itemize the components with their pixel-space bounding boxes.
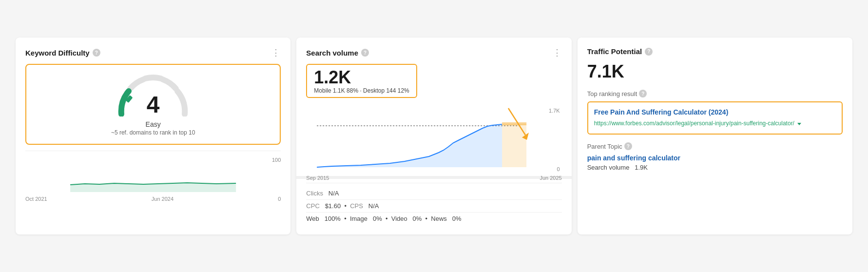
cps-label: CPS bbox=[350, 202, 363, 210]
sv-clicks-row: Clicks N/A bbox=[306, 187, 561, 200]
chart-date-labels: Sep 2015 Jun 2025 bbox=[306, 175, 561, 181]
tp-parent-topic-label: Parent Topic ? bbox=[587, 142, 843, 150]
sparkline-end-date: Jun 2024 bbox=[152, 196, 174, 202]
sv-chart-area: 1.7K 0 Sep 201 bbox=[306, 104, 561, 172]
parent-topic-vol-label: Search volume bbox=[587, 164, 630, 171]
sparkline-zero: 0 bbox=[278, 196, 281, 202]
card1-title: Keyword Difficulty bbox=[25, 49, 90, 57]
parent-topic-section: pain and suffering calculator Search vol… bbox=[587, 154, 843, 171]
image-label: Image bbox=[350, 215, 367, 222]
cps-value: N/A bbox=[368, 202, 379, 210]
card1-header: Keyword Difficulty ? ⋮ bbox=[25, 47, 281, 58]
clicks-value: N/A bbox=[328, 190, 339, 197]
top-ranking-result-box: Free Pain And Suffering Calculator (2024… bbox=[587, 101, 843, 135]
result-title[interactable]: Free Pain And Suffering Calculator (2024… bbox=[594, 108, 836, 116]
svg-line-1 bbox=[508, 108, 525, 135]
chart-max-label: 1.7K bbox=[549, 108, 560, 114]
sv-cpc-row: CPC $1.60 • CPS N/A bbox=[306, 200, 561, 213]
news-label: News bbox=[431, 215, 447, 222]
gauge-subtitle: ~5 ref. domains to rank in top 10 bbox=[111, 129, 195, 136]
traffic-potential-card: Traffic Potential ? 7.1K Top ranking res… bbox=[578, 38, 852, 234]
sv-main-value: 1.2K bbox=[314, 68, 409, 87]
kd-gauge-box: 4 Easy ~5 ref. domains to rank in top 10 bbox=[25, 64, 281, 145]
cpc-label: CPC bbox=[306, 202, 319, 210]
parent-topic-vol-value: 1.9K bbox=[635, 164, 648, 171]
sparkline-date-labels: Oct 2021 Jun 2024 0 bbox=[25, 196, 281, 202]
card2-title: Search volume bbox=[306, 49, 358, 57]
gauge-number: 4 bbox=[147, 93, 160, 117]
news-value: 0% bbox=[452, 215, 462, 222]
card3-help-icon[interactable]: ? bbox=[645, 48, 653, 56]
web-label: Web bbox=[306, 215, 319, 222]
chart-date-end: Jun 2025 bbox=[540, 175, 561, 181]
card2-help-icon[interactable]: ? bbox=[361, 49, 369, 57]
sparkline-start-date: Oct 2021 bbox=[25, 196, 47, 202]
parent-topic-vol: Search volume 1.9K bbox=[587, 164, 843, 171]
keyword-difficulty-card: Keyword Difficulty ? ⋮ 4 bbox=[16, 38, 290, 234]
tp-value: 7.1K bbox=[587, 61, 843, 82]
url-dropdown-arrow[interactable] bbox=[797, 123, 801, 125]
result-url[interactable]: https://www.forbes.com/advisor/legal/per… bbox=[594, 119, 836, 128]
image-value: 0% bbox=[373, 215, 382, 222]
web-value: 100% bbox=[325, 215, 341, 222]
card3-title-group: Traffic Potential ? bbox=[587, 47, 653, 56]
kd-sparkline-section: 100 Oct 2021 Jun 2024 0 bbox=[25, 151, 281, 202]
sparkline-max: 100 bbox=[25, 157, 281, 163]
sv-main-value-box: 1.2K Mobile 1.1K 88% · Desktop 144 12% bbox=[306, 64, 417, 98]
card1-help-icon[interactable]: ? bbox=[93, 49, 100, 57]
clicks-label: Clicks bbox=[306, 190, 323, 197]
card3-header: Traffic Potential ? bbox=[587, 47, 843, 56]
sv-header-row: 1.2K Mobile 1.1K 88% · Desktop 144 12% bbox=[306, 64, 561, 98]
card1-more-button[interactable]: ⋮ bbox=[271, 47, 281, 58]
tp-top-ranking-label: Top ranking result ? bbox=[587, 90, 843, 97]
gauge-wrapper: 4 bbox=[114, 73, 192, 117]
sv-stats: Clicks N/A CPC $1.60 • CPS N/A Web 100% … bbox=[306, 183, 561, 225]
top-ranking-help-icon[interactable]: ? bbox=[639, 90, 647, 97]
video-value: 0% bbox=[413, 215, 422, 222]
chart-zero-label: 0 bbox=[557, 166, 560, 172]
card2-more-button[interactable]: ⋮ bbox=[553, 47, 562, 58]
arrow-annotation bbox=[503, 106, 533, 148]
card2-title-group: Search volume ? bbox=[306, 49, 369, 57]
sparkline-chart bbox=[25, 163, 281, 192]
dashboard: Keyword Difficulty ? ⋮ 4 bbox=[8, 30, 860, 242]
svg-marker-2 bbox=[522, 133, 529, 140]
card3-title: Traffic Potential bbox=[587, 47, 642, 56]
search-volume-card: Search volume ? ⋮ 1.2K Mobile 1.1K 88% ·… bbox=[296, 38, 571, 234]
sv-breakdown: Mobile 1.1K 88% · Desktop 144 12% bbox=[314, 87, 409, 94]
chart-date-start: Sep 2015 bbox=[306, 175, 329, 181]
svg-marker-4 bbox=[317, 124, 502, 167]
sv-type-row: Web 100% • Image 0% • Video 0% • News 0% bbox=[306, 213, 561, 225]
gauge-label: Easy bbox=[146, 120, 161, 128]
card2-header: Search volume ? ⋮ bbox=[306, 47, 561, 58]
card1-title-group: Keyword Difficulty ? bbox=[25, 49, 100, 57]
cpc-value: $1.60 bbox=[325, 202, 341, 210]
parent-topic-link[interactable]: pain and suffering calculator bbox=[587, 154, 843, 162]
parent-topic-help-icon[interactable]: ? bbox=[624, 142, 632, 150]
video-label: Video bbox=[391, 215, 407, 222]
